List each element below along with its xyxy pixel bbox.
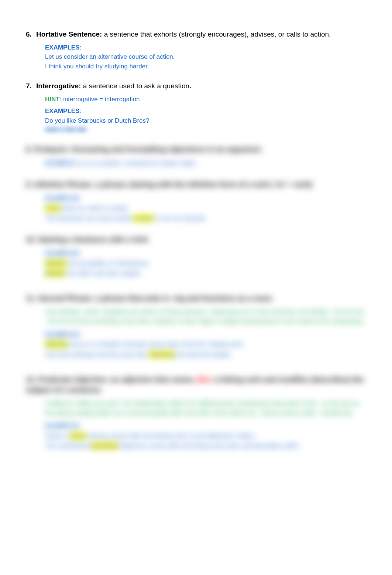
example-text: I think you should try studying harder.	[45, 62, 366, 71]
item-6-header: 6. Hortative Sentence: a sentence that e…	[26, 30, 366, 40]
item-7-body: HINT: interrogative = interrogation EXAM…	[45, 94, 366, 134]
example-text: Do you like Starbucks or Dutch Bros?	[45, 116, 366, 126]
blurred-head: 8. Prolepsis: foreseeing and forestallin…	[26, 144, 366, 154]
example-text: Let us consider an alternative course of…	[45, 52, 366, 62]
item-6-term: Hortative Sentence:	[36, 30, 102, 38]
item-7-header: 7. Interrogative: a sentence used to ask…	[26, 81, 366, 91]
item-7-period: .	[189, 82, 191, 90]
item-6: 6. Hortative Sentence: a sentence that e…	[26, 30, 366, 71]
blurred-item-11: 11. Gerund Phrase: a phrase that ends in…	[26, 293, 366, 360]
item-6-title: Hortative Sentence: a sentence that exho…	[36, 30, 366, 40]
blurred-head: 10. Starting a Sentence with a Verb	[26, 234, 366, 245]
item-6-number: 6.	[26, 30, 36, 40]
blurred-item-10: 10. Starting a Sentence with a Verb EXAM…	[26, 234, 366, 278]
blurred-example: ■■■■ ■ ■■■ ■■■	[45, 125, 366, 134]
hint-row: HINT: interrogative = interrogation	[45, 94, 366, 104]
item-7-def: a sentence used to ask a question	[81, 82, 189, 90]
item-6-def: a sentence that exhorts (strongly encour…	[102, 30, 331, 38]
blurred-head: 12. Predicate Adjective: an adjective th…	[26, 374, 366, 395]
blurred-item-8: 8. Prolepsis: foreseeing and forestallin…	[26, 144, 366, 168]
item-7: 7. Interrogative: a sentence used to ask…	[26, 81, 366, 134]
blurred-item-12: 12. Predicate Adjective: an adjective th…	[26, 374, 366, 451]
blurred-content: 8. Prolepsis: foreseeing and forestallin…	[26, 144, 366, 451]
examples-label: EXAMPLES:	[45, 106, 366, 116]
item-6-body: EXAMPLES: Let us consider an alternative…	[45, 42, 366, 71]
item-7-title: Interrogative: a sentence used to ask a …	[36, 81, 366, 91]
item-7-number: 7.	[26, 81, 36, 91]
blurred-head: 11. Gerund Phrase: a phrase that ends in…	[26, 293, 366, 303]
blurred-item-9: 9. Infinitive Phrase: a phrase starting …	[26, 179, 366, 223]
hint-label: HINT	[45, 96, 60, 103]
examples-label: EXAMPLES:	[45, 42, 366, 52]
blurred-head: 9. Infinitive Phrase: a phrase starting …	[26, 179, 366, 190]
item-7-term: Interrogative:	[36, 82, 81, 90]
hint-text: interrogative = interrogation	[61, 96, 140, 103]
